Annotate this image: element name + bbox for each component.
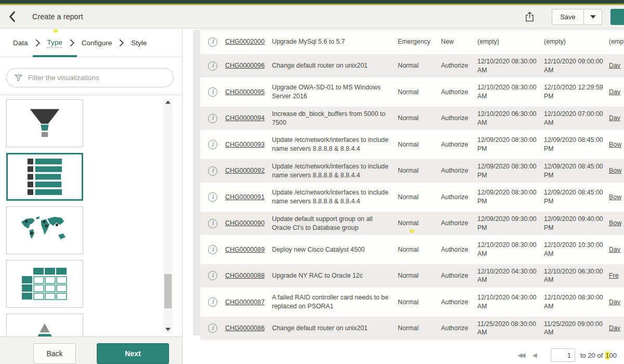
page-number-input[interactable] <box>551 348 575 362</box>
planned-start-cell: 12/09/2020 09:30:00 PM <box>477 215 544 232</box>
table-row[interactable]: i CHG0000093 Update /etc/network/interfa… <box>200 133 624 159</box>
viz-type-pivot[interactable] <box>6 260 83 308</box>
assigned-to-link[interactable]: Dav <box>609 245 624 254</box>
total-count-label: 100 <box>605 352 617 359</box>
short-description-cell: Change default router on unix201 <box>272 61 398 70</box>
assigned-to-link[interactable]: Bow <box>609 193 624 202</box>
info-icon[interactable]: i <box>208 245 217 254</box>
assigned-to-link[interactable]: Dav <box>609 88 624 97</box>
assigned-to-link[interactable]: Fre <box>609 271 624 280</box>
table-row[interactable]: i CHG0000091 Update /etc/network/interfa… <box>200 185 624 211</box>
viz-type-pyramid[interactable] <box>6 314 83 336</box>
save-button-group: Save <box>552 9 602 25</box>
viz-type-funnel[interactable] <box>6 99 83 147</box>
scrollbar-thumb[interactable] <box>164 274 172 308</box>
filter-input[interactable] <box>28 74 166 82</box>
info-icon[interactable]: i <box>208 219 217 228</box>
planned-end-cell: 12/10/2020 07:00:00 AM <box>544 110 609 127</box>
change-number-link[interactable]: CHG0000096 <box>225 61 272 70</box>
wizard-back-button[interactable]: Back <box>33 343 76 364</box>
table-row[interactable]: i CHG0000092 Update /etc/network/interfa… <box>200 159 624 185</box>
change-number-link[interactable]: CHG0000088 <box>225 271 272 280</box>
info-icon[interactable]: i <box>208 114 217 123</box>
assigned-to-link[interactable]: Bow <box>609 219 624 228</box>
table-row[interactable]: i CHG0000094 Increase db_block_buffers f… <box>200 107 624 133</box>
main-layout: Data Type Configure Style <box>0 29 624 364</box>
state-cell: Authorize <box>441 61 477 70</box>
first-page-button[interactable]: ◀◀ <box>517 352 524 359</box>
assigned-to-link[interactable]: Dav <box>609 324 624 333</box>
visualization-filter[interactable] <box>6 68 174 87</box>
viz-type-list[interactable] <box>6 153 83 201</box>
clipped-action-button[interactable] <box>610 9 624 25</box>
change-number-link[interactable]: CHG0000095 <box>225 88 272 97</box>
planned-end-cell: 12/09/2020 08:45:00 PM <box>544 136 609 153</box>
change-number-link[interactable]: CHG0000091 <box>225 193 272 202</box>
state-cell: Authorize <box>441 271 477 280</box>
info-icon[interactable]: i <box>208 166 217 176</box>
assigned-to-link[interactable]: Dav <box>609 114 624 123</box>
assigned-to-link[interactable]: Bow <box>609 166 624 175</box>
info-icon[interactable]: i <box>208 323 217 333</box>
planned-start-cell: 12/10/2020 08:30:00 AM <box>477 57 544 74</box>
change-number-link[interactable]: CHG0000089 <box>225 245 272 254</box>
save-button[interactable]: Save <box>552 9 584 25</box>
table-row[interactable]: i CHG0000089 Deploy new Cisco Catalyst 4… <box>200 238 624 264</box>
pyramid-chart-icon <box>19 322 70 336</box>
save-dropdown-button[interactable] <box>584 9 602 25</box>
change-number-link[interactable]: CHG0000094 <box>225 114 272 123</box>
filter-container <box>6 68 174 87</box>
change-number-link[interactable]: CHG0000090 <box>225 219 272 228</box>
priority-cell: Normal <box>398 88 441 97</box>
planned-end-cell: 11/25/2020 09:00:00 AM <box>544 320 609 337</box>
planned-end-cell: 12/10/2020 09:00:00 AM <box>544 57 609 74</box>
browser-top-strip <box>0 0 624 4</box>
table-row[interactable]: i CHG0000088 Upgrade NY RAC to Oracle 12… <box>200 264 624 290</box>
info-icon[interactable]: i <box>208 87 217 97</box>
page-title: Create a report <box>32 12 83 21</box>
back-button[interactable] <box>8 9 21 24</box>
change-number-link[interactable]: CHG0000086 <box>225 324 272 333</box>
info-icon[interactable]: i <box>208 37 217 47</box>
tab-data[interactable]: Data <box>13 38 28 48</box>
short-description-cell: Increase db_block_buffers from 5000 to 7… <box>272 110 398 127</box>
assigned-to-link[interactable]: (empty) <box>609 37 624 46</box>
tab-configure[interactable]: Configure <box>82 38 112 48</box>
info-icon[interactable]: i <box>208 61 217 71</box>
change-number-link[interactable]: CHG0000087 <box>225 298 272 307</box>
tab-type[interactable]: Type <box>47 37 62 48</box>
table-left-scrollbar[interactable] <box>193 30 200 335</box>
previous-page-button[interactable]: ◀ <box>532 352 537 359</box>
chevron-down-icon <box>590 15 596 19</box>
table-row[interactable]: i CHG0000086 Change default router on un… <box>200 317 624 343</box>
info-icon[interactable]: i <box>208 297 217 307</box>
change-number-link[interactable]: CHG0000093 <box>225 140 272 149</box>
info-icon[interactable]: i <box>208 271 217 280</box>
info-icon[interactable]: i <box>208 140 217 149</box>
change-number-link[interactable]: CHG0002000 <box>225 37 272 46</box>
wizard-next-button[interactable]: Next <box>97 343 169 364</box>
change-number-link[interactable]: CHG0000092 <box>225 166 272 175</box>
priority-cell: Normal <box>398 114 441 123</box>
tab-style[interactable]: Style <box>131 38 147 48</box>
assigned-to-link[interactable]: Dav <box>609 61 624 70</box>
planned-start-cell: 12/09/2020 08:30:00 PM <box>477 162 544 179</box>
table-row[interactable]: i CHG0000096 Change default router on un… <box>200 54 624 80</box>
state-cell: Authorize <box>441 298 477 307</box>
table-row[interactable]: i CHG0000095 Upgrade OWA-SD-01 to MS Win… <box>200 80 624 106</box>
short-description-cell: Change default router on unix201 <box>272 324 398 333</box>
viz-type-map[interactable] <box>6 206 83 254</box>
viz-list-scrollbar[interactable] <box>163 98 173 333</box>
planned-end-cell: 12/10/2020 06:30:00 AM <box>544 267 609 284</box>
table-row[interactable]: i CHG0000090 Update default support grou… <box>200 212 624 238</box>
priority-cell: Normal <box>398 219 441 228</box>
info-icon[interactable]: i <box>208 192 217 202</box>
share-button[interactable] <box>522 9 537 24</box>
assigned-to-link[interactable]: Dav <box>609 298 624 307</box>
table-row[interactable]: i CHG0002000 Upgrade MySql 5.6 to 5.7 Em… <box>200 32 624 54</box>
planned-start-cell: (empty) <box>477 37 544 46</box>
table-row[interactable]: i CHG0000087 A failed RAID controller ca… <box>200 290 624 316</box>
funnel-chart-icon <box>19 106 70 140</box>
assigned-to-link[interactable]: Bow <box>609 140 624 149</box>
chevron-right-icon <box>70 39 74 47</box>
